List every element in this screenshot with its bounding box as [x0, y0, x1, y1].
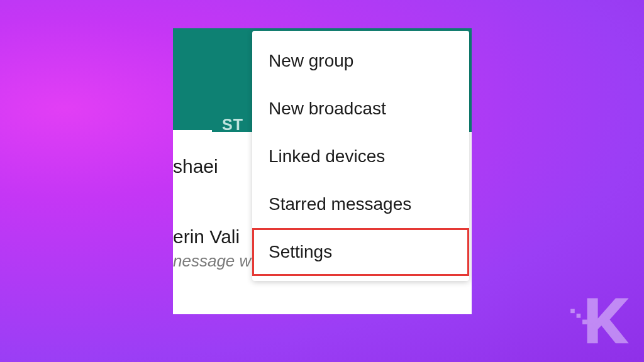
svg-rect-1 [577, 314, 581, 318]
svg-rect-2 [582, 320, 587, 325]
watermark-logo [569, 293, 629, 347]
tab-status-partial[interactable]: ST [222, 116, 243, 134]
menu-item-starred-messages[interactable]: Starred messages [252, 180, 469, 228]
svg-rect-0 [570, 309, 575, 314]
menu-item-new-broadcast[interactable]: New broadcast [252, 85, 469, 133]
app-screenshot: ST shaei erin Vali nessage w New group N… [173, 28, 472, 314]
menu-item-linked-devices[interactable]: Linked devices [252, 133, 469, 180]
chat-name-partial: shaei [173, 156, 218, 177]
menu-item-new-group[interactable]: New group [252, 37, 469, 85]
overflow-menu: New group New broadcast Linked devices S… [252, 31, 469, 281]
menu-item-settings[interactable]: Settings [252, 228, 469, 276]
